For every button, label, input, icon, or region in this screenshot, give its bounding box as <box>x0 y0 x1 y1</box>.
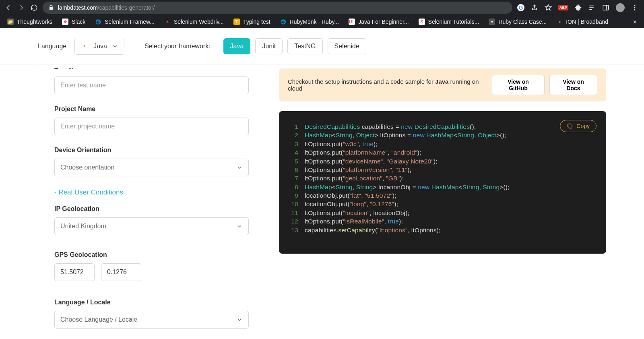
bookmark-item[interactable]: ✦Ruby Class Case... <box>485 17 551 27</box>
lock-icon <box>48 5 54 10</box>
code-line: 6ltOptions.put("platformVersion", "11"); <box>291 165 594 174</box>
code-content: ltOptions.put("deviceName", "Galaxy Note… <box>305 157 438 165</box>
view-on-docs-button[interactable]: View on Docs <box>549 75 597 95</box>
bookmark-favicon: 🌐 <box>280 19 287 25</box>
reload-icon[interactable] <box>31 4 38 11</box>
bookmark-favicon: HL <box>349 19 355 25</box>
bookmark-label: Selenium Webdriv... <box>174 19 224 25</box>
ip-geo-value: United Kingdom <box>60 223 106 230</box>
framework-tab-junit[interactable]: Junit <box>255 38 283 54</box>
code-line: 5ltOptions.put("deviceName", "Galaxy Not… <box>291 157 594 165</box>
chevron-down-icon <box>236 316 243 323</box>
language-label: Language <box>38 43 66 50</box>
ip-geo-select[interactable]: United Kingdom <box>54 217 249 235</box>
language-select[interactable]: Java <box>74 38 124 55</box>
code-line: 13capabilities.setCapability("lt:options… <box>291 226 594 234</box>
bookmarks-overflow-icon[interactable]: » <box>629 17 641 27</box>
ip-geo-label: IP Geolocation <box>54 205 249 213</box>
code-line: 11ltOptions.put("location", locationObj)… <box>291 209 594 217</box>
code-content: capabilities.setCapability("lt:options",… <box>305 226 441 234</box>
code-line: 7ltOptions.put("geoLocation", "GB"); <box>291 174 594 182</box>
code-block: Copy 1DesiredCapabilities capabilities =… <box>279 111 606 254</box>
panel-icon[interactable] <box>602 4 609 11</box>
copy-button[interactable]: Copy <box>560 120 597 132</box>
code-line: 12ltOptions.put("isRealMobile", true); <box>291 217 594 225</box>
gps-long-input[interactable] <box>101 263 141 281</box>
abp-badge[interactable]: ABP <box>558 5 568 10</box>
framework-label: Select your framework: <box>144 43 211 50</box>
bookmark-label: Selenium Tutorials... <box>428 19 479 25</box>
code-content: locationObj.put("lat", "51.5072"); <box>305 191 396 200</box>
playlist-icon[interactable] <box>588 4 596 11</box>
bookmark-item[interactable]: HLJava For Beginner... <box>345 17 413 27</box>
share-icon[interactable] <box>531 4 538 11</box>
locale-label: Language / Locale <box>54 299 249 306</box>
forward-icon[interactable] <box>18 4 25 11</box>
bookmarks-bar: 📁Thoughtworks❖Slack🌐Selenium Framew...✶S… <box>0 15 644 28</box>
code-content: ltOptions.put("geoLocation", "GB"); <box>305 174 404 182</box>
bookmark-label: Selenium Framew... <box>105 19 155 25</box>
toolbar-right: G ABP <box>517 3 641 12</box>
line-number: 3 <box>291 140 305 148</box>
back-icon[interactable] <box>5 4 12 11</box>
bookmark-item[interactable]: ✶Selenium Webdriv... <box>160 17 228 27</box>
line-number: 2 <box>291 131 305 139</box>
project-name-input[interactable] <box>54 118 249 135</box>
capabilities-form: Test Name Project Name Device Orientatio… <box>38 64 265 339</box>
code-line: 4ltOptions.put("platformName", "android"… <box>291 148 594 157</box>
page-header: Language Java Select your framework: Jav… <box>0 28 644 64</box>
code-content: ltOptions.put("w3c", true); <box>305 140 378 148</box>
line-number: 11 <box>291 209 305 217</box>
real-user-conditions-toggle[interactable]: - Real User Conditions <box>54 188 249 196</box>
profile-avatar[interactable] <box>616 3 625 12</box>
code-line: 3ltOptions.put("w3c", true); <box>291 140 594 148</box>
view-on-github-button[interactable]: View on GitHub <box>492 75 545 95</box>
code-content: ltOptions.put("isRealMobile", true); <box>305 217 403 225</box>
google-icon[interactable]: G <box>517 4 524 11</box>
bookmark-item[interactable]: SSelenium Tutorials... <box>415 17 483 27</box>
star-icon[interactable] <box>545 4 552 11</box>
code-content: HashMap<String, String> locationObj = ne… <box>305 183 510 191</box>
framework-tab-testng[interactable]: TestNG <box>287 38 322 54</box>
bookmark-favicon: S <box>419 19 425 25</box>
locale-select[interactable]: Choose Language / Locale <box>54 311 249 329</box>
code-content: ltOptions.put("location", locationObj); <box>305 209 409 217</box>
bookmark-item[interactable]: ❖Slack <box>58 17 89 27</box>
bookmark-favicon: T <box>233 19 240 25</box>
code-content: DesiredCapabilities capabilities = new D… <box>305 122 476 131</box>
line-number: 8 <box>291 183 305 191</box>
kebab-icon[interactable] <box>631 4 638 11</box>
code-content: ltOptions.put("platformName", "android")… <box>305 148 421 157</box>
chevron-down-icon <box>236 164 243 171</box>
line-number: 5 <box>291 157 305 165</box>
address-bar[interactable]: lambdatest.com/capabilities-generator/ <box>43 2 512 14</box>
extensions-icon[interactable] <box>575 4 582 11</box>
gps-lat-input[interactable] <box>54 263 95 281</box>
test-name-input[interactable] <box>54 76 249 94</box>
line-number: 13 <box>291 226 305 234</box>
url: lambdatest.com/capabilities-generator/ <box>58 4 155 11</box>
code-content: HashMap<String, Object> ltOptions = new … <box>305 131 506 139</box>
code-line: 10locationObj.put("long", "0.1276"); <box>291 200 594 208</box>
orientation-label: Device Orientation <box>54 147 249 154</box>
bookmark-label: Java For Beginner... <box>358 19 409 25</box>
svg-point-1 <box>634 5 636 6</box>
bookmark-label: ION | Broadband <box>566 19 608 25</box>
banner-text: Checkout the setup instructions and a co… <box>288 78 492 92</box>
chevron-down-icon <box>236 223 243 229</box>
framework-tabs: JavaJunitTestNGSelenide <box>223 38 366 54</box>
code-line: 2HashMap<String, Object> ltOptions = new… <box>291 131 594 139</box>
bookmark-item[interactable]: TTyping test <box>229 17 275 27</box>
bookmark-item[interactable]: 🌐RubyMonk - Ruby... <box>276 17 343 27</box>
bookmark-label: Typing test <box>243 19 270 25</box>
line-number: 1 <box>291 122 305 131</box>
bookmark-item[interactable]: 📁Thoughtworks <box>3 17 56 27</box>
line-number: 4 <box>291 148 305 157</box>
framework-tab-java[interactable]: Java <box>223 38 251 54</box>
framework-tab-selenide[interactable]: Selenide <box>328 38 366 54</box>
line-number: 7 <box>291 174 305 182</box>
bookmark-item[interactable]: ●ION | Broadband <box>552 17 612 27</box>
bookmark-favicon: 📁 <box>7 19 14 25</box>
bookmark-item[interactable]: 🌐Selenium Framew... <box>91 17 159 27</box>
orientation-select[interactable]: Choose orientation <box>54 159 249 176</box>
